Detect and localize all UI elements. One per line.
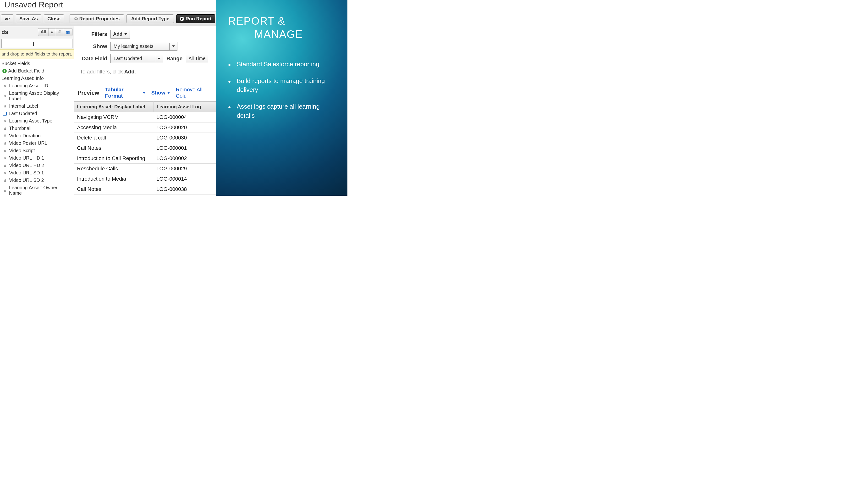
show-value: My learning assets — [111, 42, 156, 51]
fields-header-label: ds — [1, 29, 8, 35]
show-dropdown[interactable]: My learning assets — [111, 42, 178, 51]
play-icon — [180, 17, 184, 21]
add-bucket-field[interactable]: + Add Bucket Field — [0, 67, 73, 74]
save-button[interactable]: ve — [1, 14, 13, 23]
filters-label: Filters — [79, 31, 107, 37]
format-dropdown[interactable]: Tabular Format — [105, 87, 146, 99]
filter-hint: To add filters, click Add. — [79, 66, 212, 82]
toolbar: ve Save As Close ⚙ Report Properties Add… — [0, 11, 216, 26]
filter-number[interactable]: # — [56, 28, 63, 36]
filter-date[interactable]: ▦ — [63, 28, 72, 36]
table-row[interactable]: Navigating VCRMLOG-000004 — [74, 112, 216, 122]
save-as-button[interactable]: Save As — [16, 14, 41, 23]
field-item-label: Learning Asset: ID — [9, 83, 48, 89]
field-item-label: Internal Label — [9, 103, 38, 109]
date-field-label: Date Field — [79, 56, 107, 62]
field-item[interactable]: aLearning Asset: ID — [0, 82, 73, 89]
text-type-icon: a — [3, 103, 7, 109]
table-row[interactable]: Accessing MediaLOG-000020 — [74, 122, 216, 133]
add-report-type-button[interactable]: Add Report Type — [126, 14, 174, 23]
show-columns-dropdown[interactable]: Show — [151, 90, 170, 96]
range-value: All Time — [188, 56, 206, 61]
fields-header: ds All a # ▦ — [0, 26, 74, 37]
date-field-value: Last Updated — [111, 54, 145, 63]
slide-title-line1: REPORT & — [228, 15, 285, 27]
field-item-label: Video URL HD 1 — [9, 155, 44, 161]
field-list: Bucket Fields + Add Bucket Field Learnin… — [0, 59, 74, 196]
remove-all-columns-link[interactable]: Remove All Colu — [176, 87, 213, 99]
table-row[interactable]: Introduction to MediaLOG-000014 — [74, 174, 216, 184]
table-row[interactable]: Call NotesLOG-000038 — [74, 184, 216, 194]
show-label: Show — [79, 43, 107, 50]
cell-display-label: Delete a call — [74, 133, 154, 143]
close-button[interactable]: Close — [44, 14, 64, 23]
text-type-icon: a — [3, 170, 7, 175]
report-body: ds All a # ▦ I and drop to add fields to… — [0, 26, 216, 196]
cell-display-label: Introduction to Media — [74, 174, 154, 184]
bucket-fields-header: Bucket Fields — [0, 60, 73, 67]
field-item-label: Video URL SD 2 — [9, 178, 44, 183]
report-main: Filters Add Show My learning assets Date… — [74, 26, 216, 196]
table-row[interactable]: Reschedule CallsLOG-000029 — [74, 164, 216, 174]
add-filter-dropdown[interactable]: Add — [111, 30, 130, 38]
format-label: Tabular Format — [105, 87, 141, 99]
gear-icon: ⚙ — [74, 16, 78, 22]
cell-display-label: Navigating VCRM — [74, 112, 154, 122]
field-item[interactable]: aLearning Asset: Display Label — [0, 89, 73, 102]
chevron-down-icon — [167, 92, 170, 94]
text-type-icon: a — [3, 178, 7, 183]
slide-panel: REPORT & MANAGE Standard Salesforce repo… — [216, 0, 347, 196]
field-group-header: Learning Asset: Info — [0, 74, 73, 82]
text-type-icon: a — [3, 141, 7, 146]
range-label: Range — [166, 56, 182, 62]
slide-bullet: Standard Salesforce reporting — [228, 60, 336, 69]
field-item-label: Learning Asset: Display Label — [9, 90, 71, 101]
field-item[interactable]: aVideo URL HD 1 — [0, 154, 73, 162]
filter-text[interactable]: a — [49, 28, 56, 36]
field-item[interactable]: aLearning Asset: Owner Name — [0, 184, 73, 196]
field-search-input[interactable]: I — [1, 39, 72, 48]
date-field-dropdown[interactable]: Last Updated — [111, 54, 163, 63]
field-item[interactable]: aThumbnail — [0, 125, 73, 132]
filter-hint-prefix: To add filters, click — [80, 69, 124, 74]
cell-display-label: Accessing Media — [74, 122, 154, 133]
run-report-button[interactable]: Run Report — [176, 14, 215, 23]
field-item[interactable]: aVideo Script — [0, 147, 73, 154]
field-item[interactable]: aLearning Asset Type — [0, 117, 73, 125]
cell-log: LOG-000020 — [154, 122, 216, 133]
field-item[interactable]: Last Updated — [0, 110, 73, 117]
field-item-label: Thumbnail — [9, 126, 31, 131]
text-type-icon: a — [3, 83, 7, 88]
column-header-log[interactable]: Learning Asset Log — [154, 102, 216, 112]
cell-display-label: Introduction to Call Reporting — [74, 153, 154, 164]
cell-log: LOG-000029 — [154, 164, 216, 174]
filter-area: Filters Add Show My learning assets Date… — [74, 26, 216, 84]
filter-all[interactable]: All — [38, 28, 49, 36]
field-item[interactable]: aVideo URL SD 1 — [0, 169, 73, 177]
column-header-display-label[interactable]: Learning Asset: Display Label — [74, 102, 154, 112]
text-type-icon: a — [3, 155, 7, 160]
text-type-icon: a — [3, 94, 7, 98]
plus-icon: + — [2, 69, 7, 73]
field-item[interactable]: aInternal Label — [0, 102, 73, 110]
field-item[interactable]: #Video Duration — [0, 132, 73, 140]
preview-label: Preview — [78, 89, 99, 96]
field-item[interactable]: aVideo URL SD 2 — [0, 177, 73, 184]
drag-drop-hint: and drop to add fields to the report. — [0, 49, 74, 59]
slide-title: REPORT & MANAGE — [228, 14, 336, 41]
table-row[interactable]: Call NotesLOG-000001 — [74, 143, 216, 153]
table-row[interactable]: Delete a callLOG-000030 — [74, 133, 216, 143]
table-row[interactable]: Introduction to Call ReportingLOG-000002 — [74, 153, 216, 164]
slide-bullets: Standard Salesforce reportingBuild repor… — [228, 60, 336, 120]
text-cursor-icon: I — [33, 40, 34, 47]
text-type-icon: a — [3, 163, 7, 168]
filter-hint-bold: Add — [124, 69, 135, 74]
range-dropdown[interactable]: All Time — [186, 54, 208, 63]
report-properties-button[interactable]: ⚙ Report Properties — [70, 14, 124, 23]
field-item-label: Video Duration — [9, 133, 41, 139]
text-type-icon: a — [3, 126, 7, 131]
report-properties-label: Report Properties — [80, 16, 120, 22]
field-item[interactable]: aVideo URL HD 2 — [0, 162, 73, 169]
field-item[interactable]: aVideo Poster URL — [0, 140, 73, 147]
field-item-label: Video Script — [9, 148, 35, 153]
